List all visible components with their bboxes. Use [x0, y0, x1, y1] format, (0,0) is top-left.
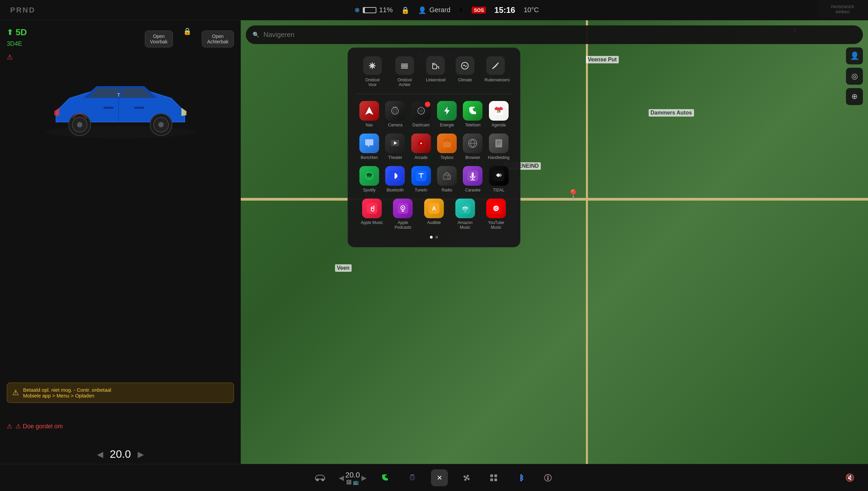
app-amazon-music[interactable]: Amazon Music — [452, 199, 478, 230]
app-audible[interactable]: A Audible — [421, 199, 447, 230]
app-toybox[interactable]: Toybox — [434, 134, 460, 160]
user-icon: 👤 — [418, 6, 427, 14]
taskbar-fan[interactable] — [458, 469, 475, 486]
app-tidal-label: TIDAL — [493, 188, 505, 192]
app-agenda[interactable]: 26 Agenda — [486, 101, 511, 127]
app-camera[interactable]: Camera — [382, 101, 408, 127]
taskbar-camera[interactable] — [404, 469, 421, 486]
dot-1 — [430, 236, 433, 239]
ctrl-ruitenwissers[interactable]: Ruitenwissers — [485, 56, 507, 87]
app-apple-music[interactable]: Apple Music — [359, 199, 384, 230]
app-radio-label: Radio — [441, 188, 452, 192]
app-apple-podcasts-icon — [393, 199, 413, 218]
app-telefoon[interactable]: Telefoon — [460, 101, 486, 127]
app-caraoke-label: Caraoke — [465, 188, 480, 192]
app-handleiding-label: Handleiding — [488, 155, 509, 160]
ctrl-climate-label: Climate — [458, 78, 472, 82]
svg-point-16 — [394, 110, 396, 112]
app-browser[interactable]: Browser — [460, 134, 486, 160]
svg-point-18 — [419, 109, 423, 112]
app-handleiding[interactable]: Handleiding — [486, 134, 511, 160]
ctrl-climate-icon — [456, 56, 474, 75]
app-handleiding-icon — [489, 134, 509, 153]
taskbar-joystick[interactable] — [539, 469, 556, 486]
taskbar-car[interactable] — [312, 469, 329, 486]
app-camera-icon — [385, 101, 405, 121]
app-bluetooth-label: Bluetooth — [387, 188, 404, 192]
app-apple-podcasts-label: Apple Podcasts — [390, 220, 416, 230]
svg-point-52 — [402, 207, 403, 208]
map-btn-location[interactable]: ◎ — [846, 68, 863, 85]
map-btn-person[interactable]: 👤 — [846, 47, 863, 64]
app-berichten-label: Berichten — [361, 155, 378, 160]
download-icon: ⬇ — [459, 7, 463, 13]
app-energie[interactable]: Energie — [434, 101, 460, 127]
dashcam-badge — [425, 102, 430, 107]
battery-fill — [363, 8, 365, 13]
svg-text:A: A — [432, 206, 436, 211]
svg-point-6 — [158, 122, 164, 127]
svg-rect-32 — [495, 139, 502, 147]
app-nav[interactable]: Nav — [357, 101, 382, 127]
taskbar-mode-icons: 🅿 📺 — [347, 479, 359, 485]
road-horizontal — [241, 198, 868, 201]
volume-mute-indicator[interactable]: 🔇 — [845, 473, 854, 482]
app-toybox-icon — [437, 134, 457, 153]
app-tidal[interactable]: TIDAL — [486, 166, 511, 192]
svg-rect-70 — [494, 478, 497, 481]
app-spotify[interactable]: Spotify — [357, 166, 382, 192]
open-achterbak-btn[interactable]: OpenAchterbak — [202, 30, 234, 47]
app-theater[interactable]: Theater — [382, 134, 408, 160]
taskbar-bluetooth[interactable] — [512, 469, 529, 486]
ctrl-ontdool-achter[interactable]: Ontdool Achter — [394, 56, 416, 87]
ctrl-ontdool-achter-icon — [395, 56, 414, 75]
app-grid-modal: Ontdool Voor Ontdool Achter Linkersto — [348, 47, 520, 247]
taskbar-arrow-left[interactable]: ◀ — [339, 474, 344, 482]
app-theater-icon — [385, 134, 405, 153]
app-radio[interactable]: Radio — [434, 166, 460, 192]
open-achterbak-label: OpenAchterbak — [207, 34, 229, 44]
search-input[interactable] — [263, 31, 856, 39]
app-youtube-music-label: YouTube Music — [484, 220, 509, 230]
speed-arrow-right[interactable]: ▶ — [138, 450, 144, 459]
sos-badge[interactable]: SOS — [472, 7, 486, 14]
map-label-veense-put: Veense Put — [586, 56, 619, 63]
app-dashcam[interactable]: Dashcam — [408, 101, 434, 127]
main-screen: PRND ❄ 11% 🔒 👤 Gerard ⬇ SOS 15:16 10°C P… — [0, 0, 868, 491]
app-caraoke[interactable]: Caraoke — [460, 166, 486, 192]
battery-info: ❄ 11% — [354, 6, 393, 14]
taskbar-close[interactable]: ✕ — [431, 469, 448, 486]
app-apple-podcasts[interactable]: Apple Podcasts — [390, 199, 416, 230]
svg-rect-67 — [490, 474, 493, 477]
ctrl-linkerstoel[interactable]: Linkerstoel — [426, 56, 446, 87]
app-row-3: Spotify Bluetooth T — [356, 166, 512, 192]
map-search[interactable]: 🔍 — [246, 25, 863, 44]
map-btn-compass[interactable]: ⊕ — [846, 88, 863, 105]
app-nav-icon — [359, 101, 379, 121]
app-bluetooth[interactable]: Bluetooth — [382, 166, 408, 192]
ctrl-ontdool-voor[interactable]: Ontdool Voor — [361, 56, 383, 87]
ctrl-ontdool-voor-label: Ontdool Voor — [361, 78, 383, 87]
taskbar-phone[interactable] — [377, 469, 394, 486]
app-berichten[interactable]: Berichten — [357, 134, 382, 160]
ctrl-climate[interactable]: Climate — [456, 56, 474, 87]
svg-point-72 — [547, 475, 549, 477]
taskbar-grid[interactable] — [485, 469, 502, 486]
app-spotify-icon — [359, 166, 379, 186]
ctrl-linkerstoel-label: Linkerstoel — [426, 78, 446, 82]
search-icon: 🔍 — [253, 32, 259, 38]
app-arcade[interactable]: Arcade — [408, 134, 434, 160]
taskbar-arrow-right[interactable]: ▶ — [361, 474, 367, 482]
taskbar-speed-control: ◀ 20.0 🅿 📺 ▶ — [339, 471, 367, 485]
speed-arrow-left[interactable]: ◀ — [97, 450, 103, 459]
ctrl-ontdool-achter-label: Ontdool Achter — [394, 78, 416, 87]
svg-text:26: 26 — [497, 109, 501, 113]
app-tunein[interactable]: T TuneIn — [408, 166, 434, 192]
app-browser-icon — [463, 134, 482, 153]
app-amazon-music-icon — [455, 199, 475, 218]
svg-rect-40 — [418, 173, 424, 174]
open-voorbak-btn[interactable]: OpenVoorbak — [145, 30, 173, 47]
road-vertical — [586, 20, 588, 464]
app-camera-label: Camera — [388, 123, 402, 127]
app-youtube-music[interactable]: YouTube Music — [484, 199, 509, 230]
